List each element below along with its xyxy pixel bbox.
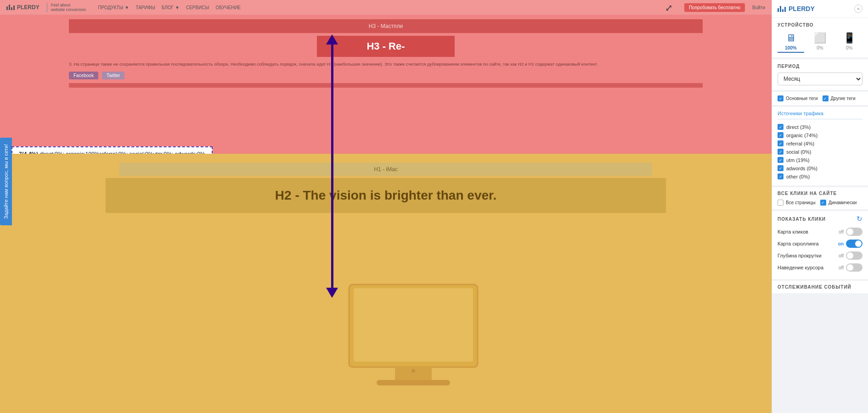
fb-button[interactable]: Facebook	[69, 72, 98, 79]
traffic-other: ✓ other (0%)	[778, 173, 862, 179]
mock-text-block: 3. На странице также не сохраняется прав…	[69, 61, 703, 68]
lower-bar	[69, 83, 703, 88]
mock-header: PLERDY Feel aboutwebsite conversion ПРОД…	[0, 0, 772, 15]
all-pages-checkbox[interactable]	[778, 200, 783, 206]
events-label: ОТСЛЕЖИВАНИЕ СОБЫТИЙ	[778, 285, 862, 290]
traffic-organic-label: organic (74%)	[786, 133, 817, 138]
scroll-depth-toggle[interactable]	[846, 251, 862, 260]
traffic-referral-label: referral (4%)	[786, 141, 814, 146]
refresh-icon[interactable]: ↻	[857, 215, 862, 223]
traffic-adwords: ✓ adwords (0%)	[778, 165, 862, 171]
traffic-direct: ✓ direct (3%)	[778, 124, 862, 130]
logo-bars-icon	[778, 6, 786, 12]
h2-bar: H2 - The vision is brighter than ever.	[106, 178, 666, 213]
show-clicks-label: ПОКАЗАТЬ КЛИКИ	[778, 217, 826, 222]
toggle-row-scroll-map: Карта скроллинга on	[778, 240, 862, 248]
tablet-pct: 0%	[817, 45, 823, 50]
desktop-icon: 🖥	[786, 32, 796, 44]
click-map-toggle[interactable]	[846, 228, 862, 236]
traffic-social-label: social (0%)	[786, 149, 811, 155]
events-section: ОТСЛЕЖИВАНИЕ СОБЫТИЙ	[772, 281, 868, 293]
h3-heading-bar: H3 - Мастпли	[69, 19, 703, 33]
scroll-depth-label: Глубина прокрутки	[778, 253, 822, 258]
period-select[interactable]: Месяц Неделя День	[778, 73, 862, 85]
h3-re-bar: H3 - Re-	[317, 36, 455, 57]
hover-toggle-off-text: off	[839, 265, 844, 270]
toggle-row-hover: Наведение курсора off	[778, 263, 862, 272]
hover-toggle[interactable]	[846, 263, 862, 272]
other-tags-checkbox[interactable]: ✓	[823, 95, 829, 101]
jivosite-bar[interactable]: Задайте нам вопрос, мы в сети!	[0, 138, 12, 225]
device-label: УСТРОЙСТВО	[778, 22, 862, 28]
all-pages-label[interactable]: Все страницы	[778, 200, 816, 206]
toggle-row-click-map: Карта кликов off	[778, 228, 862, 236]
red-section: PLERDY Feel aboutwebsite conversion ПРОД…	[0, 0, 772, 154]
traffic-adwords-label: adwords (0%)	[786, 166, 817, 171]
traffic-organic: ✓ organic (74%)	[778, 132, 862, 138]
mock-logo: PLERDY	[6, 4, 39, 11]
traffic-direct-label: direct (3%)	[786, 124, 811, 130]
traffic-utm: ✓ utm (19%)	[778, 157, 862, 163]
traffic-social: ✓ social (0%)	[778, 149, 862, 155]
svg-rect-3	[377, 380, 450, 385]
click-map-toggle-off-text: off	[839, 229, 844, 234]
tw-button[interactable]: Twitter	[102, 72, 124, 79]
panel-header: PLERDY ×	[772, 0, 868, 18]
scroll-map-toggle-on-text: on	[838, 241, 844, 246]
show-clicks-section: ПОКАЗАТЬ КЛИКИ ↻ Карта кликов off Карта …	[772, 211, 868, 279]
all-clicks-section: ВСЕ КЛИКИ НА САЙТЕ Все страницы ✓ Динами…	[772, 187, 868, 209]
click-map-label: Карта кликов	[778, 229, 808, 234]
imac-illustration	[321, 280, 505, 408]
move-cursor-icon[interactable]: ⤢	[665, 2, 673, 13]
dynamic-label[interactable]: ✓ Динамически	[820, 200, 857, 206]
main-tags-checkbox[interactable]: ✓	[778, 95, 783, 101]
traffic-sources-link[interactable]: Источники трафика	[778, 111, 862, 119]
scroll-depth-toggle-off-text: off	[839, 253, 844, 258]
traffic-other-label: other (0%)	[786, 174, 810, 179]
scroll-map-toggle[interactable]	[846, 240, 862, 248]
tooltip-box: 7(4.4%) direct:0%; organic:100%referral:…	[11, 146, 213, 154]
device-mobile[interactable]: 📱 0%	[836, 32, 862, 50]
traffic-utm-label: utm (19%)	[786, 157, 810, 163]
dynamic-checkbox[interactable]: ✓	[820, 200, 826, 206]
main-content-area: ⤢ Задайте нам вопрос, мы в сети! PLERDY …	[0, 0, 772, 413]
orange-section: H1 - iMac H2 - The vision is brighter th…	[0, 154, 772, 413]
traffic-referral: ✓ referral (4%)	[778, 140, 862, 146]
device-section: УСТРОЙСТВО 🖥 100% ⬜ 0% 📱 0%	[772, 18, 868, 57]
period-section: ПЕРИОД Месяц Неделя День	[772, 59, 868, 90]
mobile-icon: 📱	[843, 32, 856, 44]
desktop-pct: 100%	[785, 45, 797, 50]
h1-bar: H1 - iMac	[119, 163, 652, 176]
tags-section: ✓ Основные теги ✓ Другие теги	[772, 92, 868, 105]
panel-logo: PLERDY	[778, 5, 815, 12]
svg-rect-1	[354, 288, 473, 362]
toggle-row-scroll-depth: Глубина прокрутки off	[778, 251, 862, 260]
hover-label: Наведение курсора	[778, 265, 823, 270]
device-tablet[interactable]: ⬜ 0%	[807, 32, 834, 50]
mobile-pct: 0%	[846, 45, 852, 50]
period-label: ПЕРИОД	[778, 64, 862, 69]
jivosite-label: Задайте нам вопрос, мы в сети!	[3, 144, 9, 219]
other-tags-checkbox-label[interactable]: ✓ Другие теги	[823, 95, 856, 101]
right-panel: PLERDY × УСТРОЙСТВО 🖥 100% ⬜ 0% 📱 0%	[772, 0, 868, 413]
main-tags-checkbox-label[interactable]: ✓ Основные теги	[778, 95, 818, 101]
device-desktop[interactable]: 🖥 100%	[778, 32, 804, 53]
svg-point-4	[411, 369, 415, 373]
tablet-icon: ⬜	[814, 32, 826, 44]
all-clicks-label: ВСЕ КЛИКИ НА САЙТЕ	[778, 191, 862, 196]
panel-logo-text: PLERDY	[789, 5, 815, 12]
tooltip-count: 7(4.4%)	[19, 151, 38, 154]
traffic-sources-section: Источники трафика ✓ direct (3%) ✓ organi…	[772, 107, 868, 185]
panel-close-button[interactable]: ×	[854, 5, 862, 13]
scroll-map-label: Карта скроллинга	[778, 241, 819, 246]
tooltip-sources: direct:0%; organic:100%referral:0%; soci…	[39, 151, 205, 154]
